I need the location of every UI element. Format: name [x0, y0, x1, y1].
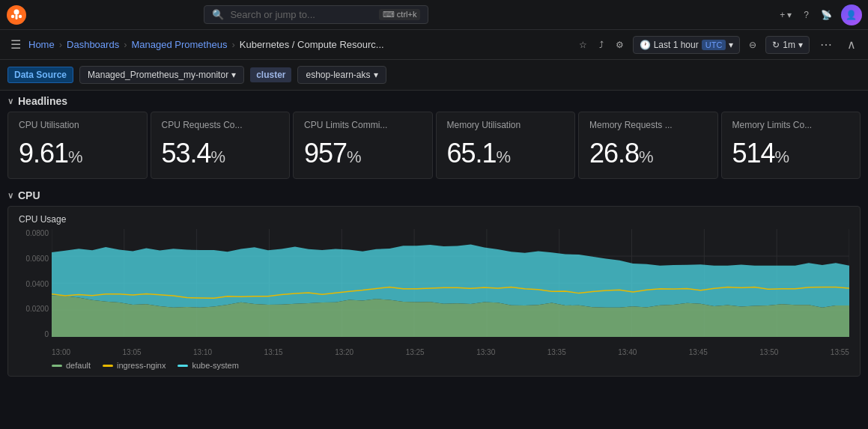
search-bar[interactable]: 🔍 Search or jump to... ⌨ ctrl+k — [204, 5, 428, 24]
refresh-button[interactable]: ↻ 1m ▾ — [765, 36, 810, 54]
time-range-button[interactable]: 🕐 Last 1 hour UTC ▾ — [633, 36, 741, 54]
metric-title: Memory Requests ... — [589, 120, 707, 130]
x-label: 13:05 — [123, 348, 142, 356]
y-label: 0.0800 — [19, 229, 49, 237]
x-label: 13:10 — [193, 348, 212, 356]
headlines-chevron: ∨ — [7, 97, 13, 106]
y-label: 0.0400 — [19, 280, 49, 288]
sep3: › — [231, 39, 234, 50]
chart-svg — [52, 229, 849, 337]
legend-item: ingress-nginx — [103, 361, 166, 370]
top-bar: 🔍 Search or jump to... ⌨ ctrl+k + ▾ ? 📡 … — [0, 0, 868, 30]
legend-color — [52, 365, 62, 367]
chart-legend: default ingress-nginx kube-system — [19, 356, 849, 373]
metric-value: 957% — [304, 138, 422, 169]
svg-rect-2 — [16, 14, 18, 19]
cluster-select[interactable]: eshop-learn-aks ▾ — [297, 66, 386, 84]
clock-icon: 🕐 — [640, 40, 651, 50]
top-right-actions: + ▾ ? 📡 👤 — [777, 4, 862, 25]
gear-icon: ⚙ — [616, 40, 624, 50]
cpu-label: CPU — [18, 189, 40, 201]
x-label: 13:40 — [618, 348, 637, 356]
settings-button[interactable]: ⚙ — [613, 37, 627, 53]
chart-x-labels: 13:0013:0513:1013:1513:2013:2513:3013:35… — [52, 348, 849, 356]
sep2: › — [124, 39, 127, 50]
svg-point-1 — [14, 9, 19, 14]
legend-label: ingress-nginx — [117, 361, 166, 370]
avatar[interactable]: 👤 — [841, 4, 862, 25]
metric-card: CPU Requests Co... 53.4% — [151, 112, 291, 179]
grafana-logo[interactable] — [6, 4, 27, 25]
metric-card: Memory Requests ... 26.8% — [578, 112, 718, 179]
x-label: 13:55 — [831, 348, 849, 356]
chevron-down-icon4: ▾ — [231, 70, 236, 80]
cpu-section-header[interactable]: ∨ CPU — [0, 185, 868, 206]
metric-card: Memory Utilisation 65.1% — [436, 112, 576, 179]
bell-icon: 📡 — [821, 10, 832, 20]
y-label: 0.0200 — [19, 305, 49, 313]
avatar-icon: 👤 — [846, 10, 857, 20]
menu-icon[interactable]: ☰ — [7, 34, 24, 55]
legend-label: kube-system — [192, 361, 238, 370]
chart-container: 0.08000.06000.04000.02000 13:0013:0513:1… — [19, 229, 849, 356]
current-page-title: Kubernetes / Compute Resourc... — [240, 39, 384, 50]
y-label: 0.0600 — [19, 255, 49, 263]
metric-card: CPU Utilisation 9.61% — [7, 112, 148, 179]
metric-value: 9.61% — [19, 138, 136, 169]
breadcrumb-actions: ☆ ⤴ ⚙ 🕐 Last 1 hour UTC ▾ ⊖ ↻ 1m ▾ ⋯ ∧ — [576, 36, 861, 54]
x-label: 13:30 — [476, 348, 495, 356]
managed-prometheus-link[interactable]: Managed Prometheus — [131, 39, 227, 50]
refresh-interval-label: 1m — [783, 40, 795, 50]
svg-point-4 — [19, 14, 22, 17]
cpu-chevron: ∨ — [7, 191, 13, 201]
time-range-label: Last 1 hour — [654, 40, 699, 50]
chevron-down-icon: ▾ — [787, 10, 792, 20]
y-label: 0 — [19, 330, 49, 338]
sep1: › — [59, 39, 62, 50]
notifications-button[interactable]: 📡 — [818, 7, 835, 23]
keyboard-icon: ⌨ — [383, 10, 395, 19]
cluster-value: eshop-learn-aks — [306, 70, 370, 80]
svg-point-3 — [11, 14, 14, 17]
metrics-row: CPU Utilisation 9.61% CPU Requests Co...… — [0, 112, 868, 185]
cluster-tag: cluster — [250, 67, 291, 82]
cpu-usage-chart-card: CPU Usage 0.08000.06000.04000.02000 13:0… — [7, 206, 861, 377]
shortcut-badge: ⌨ ctrl+k — [379, 9, 421, 20]
headlines-section-header[interactable]: ∨ Headlines — [0, 91, 868, 112]
help-icon: ? — [804, 10, 809, 20]
x-label: 13:25 — [406, 348, 425, 356]
metric-value: 53.4% — [162, 138, 279, 169]
x-label: 13:35 — [547, 348, 566, 356]
chart-section: CPU Usage 0.08000.06000.04000.02000 13:0… — [0, 206, 868, 377]
chevron-down-icon2: ▾ — [729, 40, 733, 50]
home-link[interactable]: Home — [28, 39, 55, 50]
metric-card: CPU Limits Commi... 957% — [293, 112, 433, 179]
search-icon: 🔍 — [212, 9, 224, 20]
headlines-label: Headlines — [18, 95, 67, 107]
add-button[interactable]: + ▾ — [777, 7, 795, 23]
metric-title: Memory Utilisation — [447, 120, 565, 130]
legend-color — [103, 365, 113, 367]
breadcrumb-bar: ☰ Home › Dashboards › Managed Prometheus… — [0, 30, 868, 60]
star-button[interactable]: ☆ — [576, 37, 590, 53]
zoom-out-button[interactable]: ⊖ — [746, 37, 759, 53]
help-button[interactable]: ? — [801, 7, 812, 23]
more-options-button[interactable]: ⋯ — [816, 36, 837, 53]
x-label: 13:45 — [689, 348, 708, 356]
star-icon: ☆ — [579, 40, 587, 50]
share-button[interactable]: ⤴ — [596, 37, 607, 53]
x-label: 13:00 — [52, 348, 70, 356]
metric-title: Memory Limits Co... — [732, 120, 850, 130]
legend-item: kube-system — [177, 361, 238, 370]
filter-bar: Data Source Managed_Prometheus_my-monito… — [0, 60, 868, 91]
metric-card: Memory Limits Co... 514% — [721, 112, 861, 179]
legend-item: default — [52, 361, 91, 370]
share-icon: ⤴ — [599, 40, 604, 50]
chevron-down-icon5: ▾ — [374, 70, 378, 80]
utc-badge: UTC — [702, 40, 726, 50]
metric-title: CPU Limits Commi... — [304, 120, 422, 130]
collapse-button[interactable]: ∧ — [843, 36, 861, 53]
legend-label: default — [66, 361, 91, 370]
dashboards-link[interactable]: Dashboards — [67, 39, 119, 50]
datasource-select[interactable]: Managed_Prometheus_my-monitor ▾ — [79, 66, 244, 84]
